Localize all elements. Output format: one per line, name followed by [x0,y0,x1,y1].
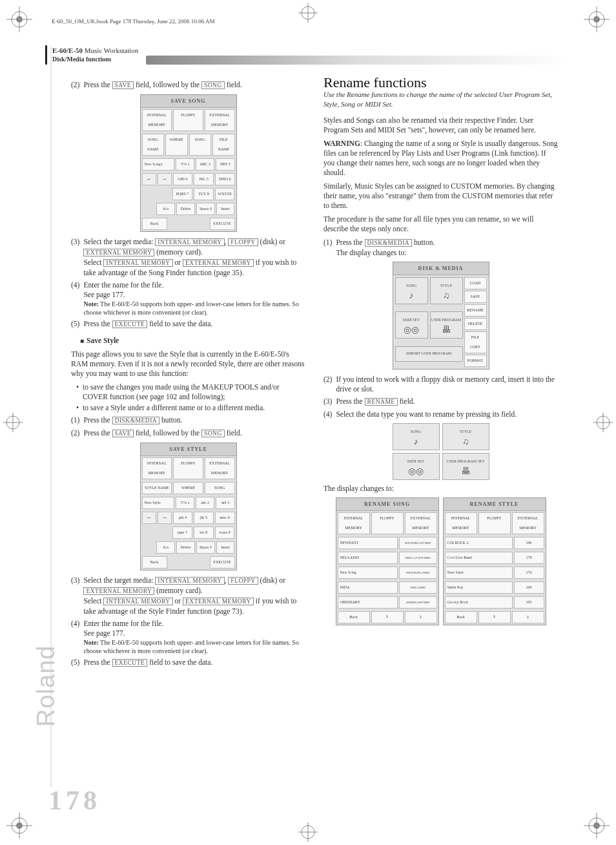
ss-title: SAVE SONG [141,95,236,108]
header-text: E-60/E-50 Music Workstation Disk/Media f… [52,46,138,64]
left-arrow-icon: ← [142,173,156,185]
save-style-screenshot: SAVE STYLE INTERNAL MEMORYFLOPPYEXTERNAL… [140,443,237,570]
bullet-item: •to save the changes you made using the … [76,382,305,402]
step-4: (4) Enter the name for the file. See pag… [71,280,305,317]
user-program-icon: 🖶 [442,325,451,335]
step-number: (2) [71,80,79,90]
content-columns: (2) Press the SAVE field, followed by th… [71,78,558,780]
display-changes-line: The display changes to: [323,484,558,494]
registration-mark-icon [593,413,613,432]
bullet-item: •to save a Style under a different name … [76,403,305,413]
save-song-screenshot: SAVE SONG INTERNAL MEMORYFLOPPYEXTERNAL … [140,94,237,232]
header-gradient-bar [146,56,571,65]
crop-mark-icon [584,6,610,32]
warning-paragraph: WARNING: Changing the name of a song or … [323,139,558,178]
save-style-body: This page allows you to save the Style t… [71,349,305,379]
registration-mark-icon [298,822,318,842]
right-column: Rename functions Use the Rename function… [323,78,558,780]
paragraph: Styles and Songs can also be renamed via… [323,116,558,135]
left-column: (2) Press the SAVE field, followed by th… [71,78,305,780]
paragraph: The procedure is the same for all file t… [323,214,558,234]
song-icon: ♪ [414,437,418,446]
r-step-3: (3)Press the RENAME field. [323,397,558,407]
bullet-dot-icon: • [76,403,79,413]
right-arrow-icon: → [158,512,172,524]
save-field-label: SAVE [112,81,134,89]
step-2: (2) Press the SAVE field, followed by th… [71,80,305,90]
crop-mark-icon [6,813,32,839]
bullet-dot-icon: • [76,382,79,402]
crop-mark-icon [584,813,610,839]
registration-mark-icon [298,3,318,23]
book-meta-line: E-60_50_OM_UK.book Page 178 Thursday, Ju… [52,18,215,25]
paragraph: Similarly, Music Styles can be assigned … [323,182,558,211]
back-button: Back [142,218,167,230]
b-step-2: (2) Press the SAVE field, followed by th… [71,428,305,439]
execute-button: EXECUTE [210,218,235,230]
crop-mark-icon [6,6,32,32]
section-intro: Use the Rename functions to change the n… [323,90,558,109]
note: Note: The E-60/E-50 supports both upper-… [83,300,305,317]
step-body: Press the SAVE field, followed by the SO… [83,80,305,90]
midi-icon: ◎◎ [404,325,419,335]
square-bullet-icon: ■ [80,336,84,346]
r-step-4: (4)Select the data type you want to rena… [323,410,558,419]
left-arrow-icon: ← [142,512,156,524]
page-header: E-60/E-50 Music Workstation Disk/Media f… [45,45,571,65]
song-field-label: SONG [201,81,225,89]
rename-song-screenshot: RENAME SONG INTERNAL MEMORYFLOPPYEXTERNA… [336,497,439,625]
registration-mark-icon [3,413,23,432]
r-step-1: (1) Press the DISK&MEDIA button.The disp… [323,238,558,258]
section-title: Rename functions [323,78,558,87]
header-subtitle: Disk/Media functions [52,55,138,64]
step-5: (5) Press the EXECUTE field to save the … [71,319,305,329]
brand-watermark: Roland [32,645,60,727]
header-model: E-60/E-50 [52,47,83,54]
song-icon: ♪ [409,291,414,300]
c-step-4: (4) Enter the name for the file. See pag… [71,619,305,655]
disk-media-screenshot: DISK & MEDIA SONG♪ STYLE♫ MIDI SET◎◎ USE… [393,262,489,370]
midi-icon: ◎◎ [408,466,424,476]
header-accent-bar [45,45,47,65]
c-step-5: (5) Press the EXECUTE field to save the … [71,658,305,668]
rename-screenshots: RENAME SONG INTERNAL MEMORYFLOPPYEXTERNA… [323,497,558,625]
c-step-3: (3) Select the target media: INTERNAL ME… [71,576,305,616]
r-step-2: (2)If you intend to work with a floppy d… [323,375,558,394]
type-grid-screenshot: SONG♪ STYLE♫ MIDI SET◎◎ USER PROGRAM SET… [393,423,489,480]
step-3: (3) Select the target media: INTERNAL ME… [71,237,305,278]
user-program-icon: 🖶 [461,466,470,476]
save-style-heading: ■Save Style [80,336,305,346]
style-icon: ♫ [462,437,469,446]
rename-style-screenshot: RENAME STYLE INTERNAL MEMORYFLOPPYEXTERN… [443,497,546,625]
page-number: 178 [48,785,101,816]
page: E-60_50_OM_UK.book Page 178 Thursday, Ju… [0,0,616,845]
style-icon: ♫ [443,291,450,300]
right-arrow-icon: → [158,173,172,185]
header-title-suffix: Music Workstation [83,47,138,54]
b-step-1: (1) Press the DISK&MEDIA button. [71,415,305,426]
